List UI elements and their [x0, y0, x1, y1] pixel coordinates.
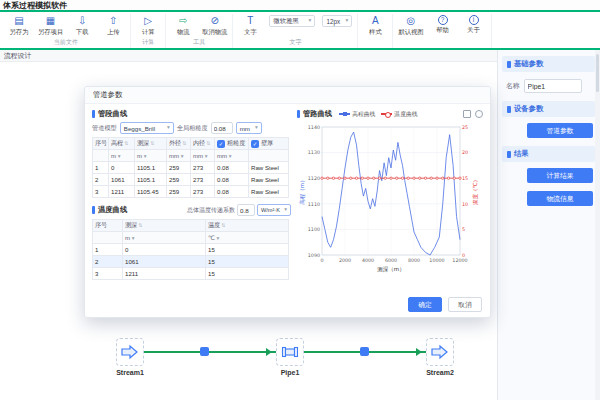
pipe-model-select[interactable]: Beggs_Brill ▾	[120, 122, 174, 134]
name-field-label: 名称	[506, 81, 520, 91]
unit-select[interactable]: m ▾	[109, 150, 135, 162]
stream-tool-button[interactable]: ⇨ 物流	[171, 14, 195, 37]
text-tool-button[interactable]: T 文字	[238, 14, 262, 37]
svg-text:6000: 6000	[385, 258, 397, 263]
roughness-checkbox[interactable]: ✓	[217, 140, 225, 148]
pipe-params-button[interactable]: 管道参数	[527, 123, 593, 138]
table-row[interactable]: 3 1211 15	[93, 268, 289, 280]
table-row[interactable]: 21061 1105.1259 2730.08 Raw Steel	[93, 174, 289, 186]
table-row[interactable]: 31211 1105.45259 2730.08 Raw Steel	[93, 186, 289, 198]
legend-temperature[interactable]: 温度曲线	[381, 110, 417, 119]
save-project-button[interactable]: ▦ 另存项目	[38, 14, 63, 37]
stream-info-button[interactable]: 物流信息	[527, 191, 593, 206]
connector-arrow-icon	[416, 348, 422, 356]
chevron-down-icon: ▾	[346, 18, 349, 24]
calc-result-button[interactable]: 计算结果	[527, 168, 593, 183]
node-stream1[interactable]	[116, 338, 144, 366]
about-button[interactable]: i 关于	[462, 14, 486, 35]
save-project-label: 另存项目	[38, 28, 63, 37]
table-row[interactable]: 1 0 15	[93, 244, 289, 256]
pipeline-curve-chart: 0200040006000800010000120001090110011101…	[297, 121, 483, 277]
node-label-stream2: Stream2	[410, 369, 470, 376]
name-field[interactable]	[524, 79, 582, 93]
node-stream2[interactable]	[426, 338, 454, 366]
svg-text:2000: 2000	[339, 258, 351, 263]
sort-icon: ⇅	[150, 140, 154, 146]
about-label: 关于	[467, 26, 480, 35]
default-view-icon: ◎	[407, 14, 416, 27]
unit-select[interactable]: m ▾	[123, 232, 206, 244]
node-pipe1[interactable]	[276, 338, 304, 366]
section-basic-params[interactable]: 基础参数	[502, 56, 595, 72]
stream-icon	[430, 342, 450, 362]
run-button[interactable]: ▷ 计算	[136, 14, 160, 37]
style-tool-icon: A	[372, 14, 379, 27]
section-result[interactable]: 结果	[502, 146, 595, 162]
roughness-unit-select[interactable]: mm ▾	[236, 122, 262, 134]
section-marker-icon	[507, 151, 511, 158]
download-button[interactable]: ⇩ 下载	[70, 14, 94, 37]
export-chart-icon[interactable]	[463, 110, 471, 118]
font-size-select[interactable]: 12px ▾	[322, 15, 352, 27]
help-label: 帮助	[436, 26, 449, 35]
about-icon: i	[469, 15, 479, 25]
temperature-table: 序号 测深⇅ 温度⇅ m ▾ ℃ ▾ 1 0 15	[92, 219, 289, 280]
chevron-down-icon: ▾	[217, 235, 220, 241]
svg-text:测深（m）: 测深（m）	[377, 266, 404, 273]
help-button[interactable]: ? 帮助	[431, 14, 455, 35]
svg-text:12000: 12000	[452, 258, 467, 263]
wall-thickness-checkbox[interactable]: ✓	[251, 140, 259, 148]
table-row-selected[interactable]: 2 1061 15	[93, 256, 289, 268]
style-tool-label: 样式	[369, 28, 382, 37]
ok-button[interactable]: 确定	[408, 297, 442, 312]
global-roughness-input[interactable]	[211, 122, 233, 134]
connector-port-2[interactable]	[360, 347, 369, 356]
save-as-button[interactable]: ▤ 另存为	[7, 14, 31, 37]
text-tool-label: 文字	[244, 28, 257, 37]
ribbon-group-style: A 样式	[358, 14, 393, 48]
ribbon-group-tools-label: 工具	[171, 37, 227, 49]
run-label: 计算	[142, 28, 155, 37]
titlebar: 体系过程模拟软件	[0, 0, 600, 12]
svg-text:20: 20	[462, 150, 468, 155]
table-header-row: 序号 高程⇅ 测深⇅ 外径⇅ 内径⇅ ✓粗糙度 ✓壁厚	[93, 138, 289, 150]
unit-select[interactable]: ℃ ▾	[206, 232, 289, 244]
cancel-stream-tool-button[interactable]: ⊘ 取消物流	[202, 14, 227, 37]
ribbon-group-calc-label: 计算	[136, 37, 160, 49]
coef-unit-select[interactable]: W/m²·K ▾	[257, 204, 291, 216]
unit-select[interactable]: m ▾	[135, 150, 167, 162]
heat-transfer-coef-input[interactable]	[237, 204, 255, 216]
font-family-select[interactable]: 微软雅黑 ▾	[269, 15, 315, 27]
svg-text:15: 15	[462, 176, 468, 181]
svg-text:1140: 1140	[308, 125, 320, 130]
upload-button[interactable]: ⇧ 上传	[101, 14, 125, 37]
dialog-title: 管道参数	[85, 87, 490, 104]
style-tool-button[interactable]: A 样式	[363, 14, 387, 37]
legend-elevation[interactable]: 高程曲线	[339, 110, 375, 119]
save-as-icon: ▤	[14, 14, 23, 27]
svg-text:10: 10	[462, 202, 468, 207]
unit-select[interactable]: mm ▾	[215, 150, 249, 162]
unit-select[interactable]: mm ▾	[167, 150, 191, 162]
unit-select[interactable]: mm ▾	[191, 150, 215, 162]
cancel-button[interactable]: 取消	[448, 297, 482, 312]
refresh-chart-icon[interactable]	[475, 110, 483, 118]
table-units-row: m ▾ ℃ ▾	[93, 232, 289, 244]
svg-text:4000: 4000	[362, 258, 374, 263]
chart-legend: 高程曲线 温度曲线	[339, 110, 417, 119]
connector-port-1[interactable]	[200, 347, 209, 356]
scrollbar-thumb[interactable]	[596, 54, 599, 92]
table-row[interactable]: 10 1105.1259 2730.08 Raw Steel	[93, 162, 289, 174]
download-icon: ⇩	[78, 14, 86, 27]
tab-process-design[interactable]: 流程设计	[0, 51, 35, 61]
svg-text:1130: 1130	[308, 150, 320, 155]
heat-transfer-coef-label: 总体温度传递系数	[187, 206, 235, 215]
ribbon-group-tools: ⇨ 物流 ⊘ 取消物流 工具	[166, 14, 233, 48]
sidebar-scrollbar[interactable]	[595, 50, 600, 400]
properties-sidebar: 基础参数 名称 设备参数 管道参数 结果 计算结果 物流信息	[497, 50, 600, 400]
default-view-label: 默认视图	[398, 28, 423, 37]
default-view-button[interactable]: ◎ 默认视图	[398, 14, 423, 37]
section-device-params[interactable]: 设备参数	[502, 101, 595, 117]
cancel-stream-tool-label: 取消物流	[202, 28, 227, 37]
section-marker-icon	[507, 61, 511, 68]
